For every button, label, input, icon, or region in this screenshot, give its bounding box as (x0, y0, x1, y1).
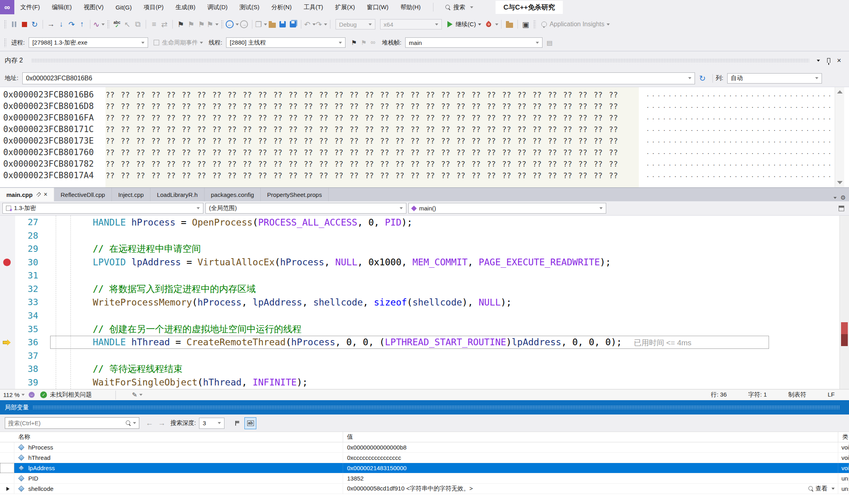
menu-item-7[interactable]: 调试(D) (201, 0, 234, 14)
row-gutter[interactable] (0, 442, 14, 452)
process-combo[interactable]: [27988] 1.3-加密.exe (29, 37, 148, 48)
variable-value-cell[interactable]: 0x00000000000000b8 (343, 442, 838, 452)
memory-row-ascii[interactable]: . . . . . . . . . . . . . . . . . . . . … (642, 138, 831, 144)
locals-row-PID[interactable]: PID13852uns (0, 473, 849, 484)
search-depth-combo[interactable]: 3 (199, 418, 224, 429)
navigate-back-button[interactable]: ← (226, 19, 239, 30)
breakpoint-margin[interactable] (0, 256, 15, 269)
breakpoint-margin[interactable] (0, 242, 15, 256)
row-gutter[interactable] (0, 463, 14, 473)
breakpoint-margin[interactable] (0, 376, 15, 389)
expand-icon[interactable] (6, 487, 10, 491)
memory-row-ascii[interactable]: . . . . . . . . . . . . . . . . . . . . … (642, 161, 831, 167)
show-raw-values-button[interactable]: ab (244, 417, 256, 429)
menu-item-4[interactable]: Git(G) (109, 0, 138, 14)
save-button[interactable] (277, 19, 288, 30)
menu-item-13[interactable]: 帮助(H) (394, 0, 427, 14)
next-bookmark-button[interactable]: ⚑ (196, 19, 207, 30)
editor-scrollbar[interactable] (839, 216, 849, 389)
increase-indent-button[interactable]: ⇄ (159, 19, 170, 30)
chevron-down-icon[interactable] (133, 422, 136, 424)
name-column-header[interactable]: 名称 (14, 432, 343, 442)
code-line-29[interactable]: 29// 在远程进程中申请空间 (0, 242, 839, 256)
locals-titlebar[interactable]: 局部变量 (0, 400, 849, 414)
memory-row-bytes[interactable]: ?? ?? ?? ?? ?? ?? ?? ?? ?? ?? ?? ?? ?? ?… (105, 90, 642, 99)
close-window-button[interactable]: × (834, 56, 844, 65)
step-into-button[interactable]: ↓ (56, 19, 66, 30)
stop-debugging-button[interactable] (19, 19, 29, 30)
breakpoint-margin[interactable] (0, 362, 15, 376)
navigate-forward-button[interactable]: → (239, 19, 249, 30)
memory-row-bytes[interactable]: ?? ?? ?? ?? ?? ?? ?? ?? ?? ?? ?? ?? ?? ?… (105, 102, 642, 111)
menu-item-5[interactable]: 项目(P) (138, 0, 170, 14)
text-suggestions-button[interactable]: abc✓ (112, 19, 122, 30)
clear-bookmarks-button[interactable]: ⚑ (207, 19, 219, 30)
breakpoint-margin[interactable] (0, 349, 15, 362)
memory-window-titlebar[interactable]: 内存 2 × (0, 51, 849, 70)
code-line-37[interactable]: 37 (0, 349, 839, 362)
step-over-button[interactable]: ↷ (66, 19, 77, 30)
vs-search-control[interactable]: 搜索 (445, 4, 473, 11)
variable-type-cell[interactable]: voi (838, 442, 849, 452)
variable-value-cell[interactable]: 0x0000021483150000 (343, 463, 838, 473)
selection-mode-button[interactable]: ↖ (122, 19, 133, 30)
search-icon[interactable] (126, 420, 131, 426)
code-line-35[interactable]: 35// 创建在另一个进程的虚拟地址空间中运行的线程 (0, 322, 839, 336)
tab-LoadLibraryR-h[interactable]: LoadLibraryR.h (150, 188, 205, 201)
row-gutter[interactable] (0, 453, 14, 463)
tab-ReflectiveDll-cpp[interactable]: ReflectiveDll.cpp (54, 188, 112, 201)
variable-type-cell[interactable]: voi (838, 453, 849, 463)
scope-combo[interactable]: (全局范围) (205, 203, 406, 214)
search-forward-icon[interactable]: → (158, 419, 166, 428)
code-line-34[interactable]: 34 (0, 309, 839, 323)
diagnostics-button[interactable]: ∿ (93, 19, 105, 30)
variable-value-cell[interactable]: 0xcccccccccccccccc (343, 453, 838, 463)
memory-hex-grid[interactable]: 0x0000023FCB8016B6?? ?? ?? ?? ?? ?? ?? ?… (0, 87, 849, 187)
find-in-files-button[interactable] (504, 19, 515, 30)
code-line-27[interactable]: 27HANDLE hProcess = OpenProcess(PROCESS_… (0, 216, 839, 229)
tab-packages-config[interactable]: packages.config (205, 188, 261, 201)
breakpoint-margin[interactable] (0, 282, 15, 296)
memory-scrollbar[interactable] (835, 87, 844, 187)
toolbar-grip-handle[interactable] (4, 38, 6, 47)
toggle-bookmark-button[interactable]: ⚑ (176, 19, 186, 30)
breakpoint-icon[interactable] (3, 259, 11, 266)
search-back-icon[interactable]: ← (146, 419, 153, 428)
variable-type-cell[interactable]: voi (838, 463, 849, 473)
decrease-indent-button[interactable]: ≡ (149, 19, 159, 30)
tab-PropertySheet-props[interactable]: PropertySheet.props (261, 188, 329, 201)
code-line-36[interactable]: 36HANDLE hThread = CreateRemoteThread(hP… (0, 336, 839, 349)
locals-row-hProcess[interactable]: hProcess0x00000000000000b8voi (0, 442, 849, 453)
method-combo[interactable]: main() (408, 203, 606, 214)
refresh-button[interactable]: ↻ (699, 74, 706, 83)
project-combo[interactable]: 1.3-加密 (2, 203, 203, 214)
flag-current-thread-icon[interactable]: ⚑ (351, 39, 357, 47)
toolbar-grip-handle[interactable] (533, 20, 536, 29)
row-gutter[interactable] (0, 484, 14, 494)
toolbar-grip-handle[interactable] (107, 20, 109, 29)
document-outline-icon[interactable] (839, 206, 844, 211)
pin-icon[interactable] (36, 192, 41, 197)
menu-item-10[interactable]: 工具(T) (298, 0, 329, 14)
breakpoint-margin[interactable] (0, 269, 15, 282)
show-flagged-only-icon[interactable]: ∞ (371, 39, 375, 47)
solution-platform-combo[interactable]: x64 (380, 19, 442, 29)
scroll-up-icon[interactable] (837, 90, 843, 93)
chevron-down-icon[interactable] (21, 394, 25, 396)
memory-row-bytes[interactable]: ?? ?? ?? ?? ?? ?? ?? ?? ?? ?? ?? ?? ?? ?… (105, 125, 642, 134)
flag-toggle-icon[interactable]: ⚑ (361, 39, 367, 47)
locals-row-shellcode[interactable]: shellcode0x00000058cd1df910 <字符串中的字符无效。>… (0, 484, 849, 494)
breakpoint-margin[interactable] (0, 309, 15, 323)
menu-item-3[interactable]: 视图(V) (78, 0, 109, 14)
memory-row-ascii[interactable]: . . . . . . . . . . . . . . . . . . . . … (642, 92, 831, 97)
hot-reload-button[interactable] (486, 19, 498, 30)
window-position-button[interactable] (813, 56, 824, 65)
locals-row-hThread[interactable]: hThread0xccccccccccccccccvoi (0, 453, 849, 463)
memory-row-ascii[interactable]: . . . . . . . . . . . . . . . . . . . . … (642, 126, 831, 132)
thread-combo[interactable]: [2880] 主线程 (226, 37, 345, 48)
variable-name-cell[interactable]: PID (14, 473, 343, 483)
type-column-header[interactable]: 类 (838, 432, 849, 442)
columns-combo[interactable]: 自动 (727, 73, 822, 84)
variable-name-cell[interactable]: hProcess (14, 442, 343, 452)
view-visualizer-control[interactable]: 查看 (808, 485, 838, 492)
